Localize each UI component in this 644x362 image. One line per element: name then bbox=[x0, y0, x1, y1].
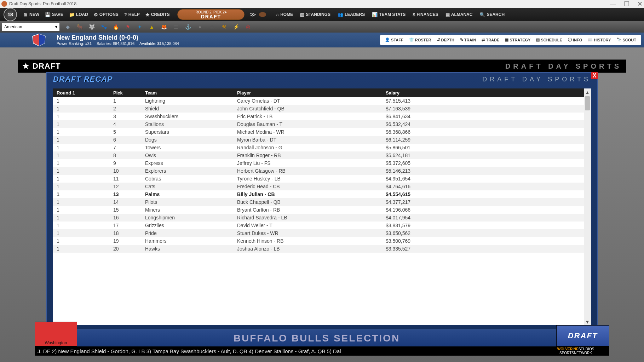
people-icon: 👥 bbox=[338, 12, 343, 17]
close-button[interactable]: ✕ bbox=[637, 0, 643, 8]
cell-salary: $4,951,654 bbox=[382, 175, 584, 183]
table-row[interactable]: 117GrizzliesDavid Weller - T$3,831,579 bbox=[53, 222, 584, 229]
league-select[interactable]: American ▾ bbox=[2, 23, 59, 31]
team-icon[interactable]: ⚒ bbox=[220, 23, 228, 31]
table-row[interactable]: 14StallionsDouglas Bauman - T$6,532,424 bbox=[53, 120, 584, 128]
depth-button[interactable]: ⇵DEPTH bbox=[434, 38, 457, 42]
new-button[interactable]: 🗎NEW bbox=[21, 12, 42, 17]
team-icon[interactable]: ⚓ bbox=[184, 23, 192, 31]
schedule-button[interactable]: ▤SCHEDULE bbox=[533, 38, 565, 42]
trade-button[interactable]: ⇄TRADE bbox=[479, 38, 502, 42]
maximize-button[interactable]: ☐ bbox=[624, 0, 629, 8]
table-row[interactable]: 120HawksJoshua Alonzo - LB$3,335,527 bbox=[53, 245, 584, 253]
cell-team: Cats bbox=[142, 183, 234, 190]
table-row[interactable]: 13SwashbucklersEric Patrick - LB$6,841,6… bbox=[53, 113, 584, 120]
cell-player: Frederic Head - CB bbox=[234, 183, 382, 190]
team-icon[interactable]: 🔥 bbox=[112, 23, 120, 31]
team-icon[interactable]: 🦊 bbox=[160, 23, 168, 31]
scroll-thumb[interactable] bbox=[585, 96, 590, 110]
team-icon[interactable]: 🐂 bbox=[76, 23, 84, 31]
team-icon[interactable]: ◆ bbox=[64, 23, 71, 31]
table-row[interactable]: 111CobrasTyrone Huskey - LB$4,951,654 bbox=[53, 175, 584, 183]
help-button[interactable]: ?HELP bbox=[121, 12, 143, 17]
team-stats-button[interactable]: 📊TEAM STATS bbox=[368, 12, 409, 17]
scrollbar[interactable]: ▴ ▾ bbox=[584, 88, 591, 325]
table-row[interactable]: 17TowersRandall Johnson - G$5,866,501 bbox=[53, 144, 584, 151]
table-row[interactable]: 118PrideStuart Dukes - WR$3,650,562 bbox=[53, 229, 584, 237]
table-row[interactable]: 116LongshipmenRichard Saavedra - LB$4,01… bbox=[53, 214, 584, 222]
cell-player: Stuart Dukes - WR bbox=[234, 229, 382, 237]
table-row[interactable]: 114PilotsBuck Chappell - QB$4,377,217 bbox=[53, 198, 584, 206]
cell-round: 1 bbox=[53, 113, 110, 120]
cell-round: 1 bbox=[53, 190, 110, 198]
cell-salary: $3,831,579 bbox=[382, 222, 584, 229]
team-icon[interactable]: ◉ bbox=[208, 23, 216, 31]
cell-round: 1 bbox=[53, 136, 110, 144]
table-row[interactable]: 113PalmsBilly Julian - CB$4,554,615 bbox=[53, 190, 584, 198]
standings-button[interactable]: ▥STANDINGS bbox=[297, 12, 334, 17]
leaders-button[interactable]: 👥LEADERS bbox=[334, 12, 368, 17]
team-card[interactable]: Washington bbox=[35, 322, 77, 346]
team-icon[interactable]: 🐺 bbox=[88, 23, 96, 31]
home-button[interactable]: ⌂HOME bbox=[272, 12, 297, 17]
cell-team: Explorers bbox=[142, 167, 234, 175]
info-button[interactable]: ⓘINFO bbox=[565, 37, 585, 42]
table-row[interactable]: 12ShieldJohn Crutchfield - QB$7,163,539 bbox=[53, 105, 584, 113]
table-row[interactable]: 15SuperstarsMichael Medina - WR$6,368,86… bbox=[53, 128, 584, 136]
draft-box-button[interactable]: DRAFT bbox=[556, 325, 609, 346]
train-button[interactable]: ✎TRAIN bbox=[457, 38, 479, 42]
table-row[interactable]: 110ExplorersHerbert Glasgow - RB$5,146,2… bbox=[53, 167, 584, 175]
available: Available: $15,138,084 bbox=[139, 41, 179, 46]
col-player[interactable]: Player bbox=[234, 88, 382, 97]
scout-button[interactable]: 🔭SCOUT bbox=[614, 38, 639, 42]
strategy-button[interactable]: ▦STRATEGY bbox=[502, 38, 533, 42]
team-icon[interactable]: ⚑ bbox=[124, 23, 132, 31]
team-icon[interactable]: ☰ bbox=[172, 23, 180, 31]
table-row[interactable]: 16DogsMyron Barba - DT$6,114,259 bbox=[53, 136, 584, 144]
col-pick[interactable]: Pick bbox=[110, 88, 142, 97]
table-row[interactable]: 11LightningCarey Ornelas - DT$7,515,413 bbox=[53, 97, 584, 105]
table-row[interactable]: 115MinersBryant Carlton - RB$4,196,066 bbox=[53, 206, 584, 214]
load-button[interactable]: 📁LOAD bbox=[66, 12, 91, 17]
cell-salary: $6,532,424 bbox=[382, 120, 584, 128]
col-salary[interactable]: Salary bbox=[382, 88, 584, 97]
credits-button[interactable]: ★CREDITS bbox=[143, 12, 173, 17]
cell-player: Buck Chappell - QB bbox=[234, 198, 382, 206]
cell-pick: 19 bbox=[110, 237, 142, 245]
table-row[interactable]: 119HammersKenneth Hinson - RB$3,500,769 bbox=[53, 237, 584, 245]
staff-button[interactable]: 👤STAFF bbox=[382, 38, 406, 42]
scroll-up-icon[interactable]: ▴ bbox=[584, 88, 591, 96]
cell-salary: $5,146,213 bbox=[382, 167, 584, 175]
close-recap-button[interactable]: X bbox=[591, 72, 598, 79]
team-icon[interactable]: ● bbox=[196, 23, 204, 31]
table-row[interactable]: 18OwlsFranklin Roger - RB$5,624,181 bbox=[53, 151, 584, 159]
finances-button[interactable]: $FINANCES bbox=[409, 12, 442, 17]
almanac-button[interactable]: ▤ALMANAC bbox=[442, 12, 476, 17]
cell-round: 1 bbox=[53, 144, 110, 151]
cell-salary: $7,515,413 bbox=[382, 97, 584, 105]
team-icon[interactable]: ▲ bbox=[148, 23, 156, 31]
scroll-down-icon[interactable]: ▾ bbox=[584, 318, 591, 325]
cell-pick: 12 bbox=[110, 183, 142, 190]
table-row[interactable]: 19ExpressJeffrey Liu - FS$5,372,605 bbox=[53, 159, 584, 167]
cell-team: Stallions bbox=[142, 120, 234, 128]
options-button[interactable]: ⚙OPTIONS bbox=[91, 12, 121, 17]
roster-button[interactable]: 👕ROSTER bbox=[406, 38, 434, 42]
col-team[interactable]: Team bbox=[142, 88, 234, 97]
cell-round: 1 bbox=[53, 159, 110, 167]
save-button[interactable]: 💾SAVE bbox=[42, 12, 66, 17]
history-button[interactable]: 📖HISTORY bbox=[585, 38, 614, 42]
team-icon[interactable]: ✦ bbox=[136, 23, 144, 31]
search-button[interactable]: 🔍SEARCH bbox=[476, 12, 508, 17]
cell-pick: 1 bbox=[110, 97, 142, 105]
table-row[interactable]: 112CatsFrederic Head - CB$4,764,616 bbox=[53, 183, 584, 190]
folder-icon: 📁 bbox=[69, 12, 75, 17]
minimize-button[interactable]: — bbox=[610, 0, 616, 8]
advance-icon[interactable]: ≫ bbox=[249, 11, 256, 18]
team-icon[interactable]: 🐾 bbox=[100, 23, 108, 31]
col-round[interactable]: Round 1 bbox=[53, 88, 110, 97]
team-icon[interactable]: ◎ bbox=[244, 23, 252, 31]
team-icon[interactable]: ⚡ bbox=[232, 23, 240, 31]
cell-round: 1 bbox=[53, 183, 110, 190]
football-icon[interactable] bbox=[259, 12, 266, 17]
